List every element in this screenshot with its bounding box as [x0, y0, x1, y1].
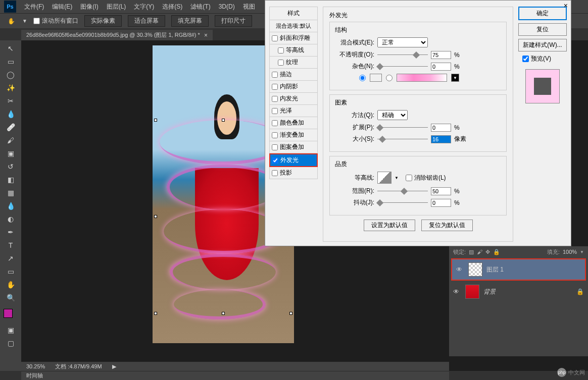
set-default-button[interactable]: 设置为默认值	[364, 220, 415, 231]
style-bevel[interactable]: 斜面和浮雕	[269, 32, 318, 44]
lock-all-icon[interactable]: 🔒	[493, 249, 500, 255]
noise-slider[interactable]	[377, 63, 428, 70]
noise-input[interactable]	[431, 63, 451, 71]
transform-handle[interactable]	[289, 312, 292, 315]
menu-view[interactable]: 视图	[239, 3, 259, 11]
hand-tool-icon[interactable]: ✋	[6, 16, 16, 26]
range-slider[interactable]	[377, 188, 428, 195]
stamp-tool-icon[interactable]: ▣	[5, 147, 17, 159]
lock-transparency-icon[interactable]: ▨	[469, 249, 474, 255]
fill-value[interactable]: 100%	[563, 249, 577, 255]
contour-dropdown-icon[interactable]: ▼	[395, 176, 399, 180]
eyedropper-tool-icon[interactable]: 💧	[5, 108, 17, 120]
style-inner-glow[interactable]: 内发光	[269, 93, 318, 105]
preview-checkbox[interactable]: 预览(V)	[518, 55, 567, 63]
size-input[interactable]	[431, 135, 451, 143]
styles-header[interactable]: 样式	[269, 7, 318, 20]
zoom-value[interactable]: 30.25%	[26, 363, 45, 369]
pen-tool-icon[interactable]: ✒	[5, 226, 17, 238]
wand-tool-icon[interactable]: ✨	[5, 82, 17, 94]
layer-name[interactable]: 图层 1	[486, 265, 504, 274]
print-size-button[interactable]: 打印尺寸	[215, 15, 252, 27]
scroll-all-checkbox[interactable]: 滚动所有窗口	[33, 17, 78, 25]
marquee-tool-icon[interactable]: ▭	[5, 56, 17, 68]
gradient-radio[interactable]	[386, 75, 393, 81]
glow-gradient-swatch[interactable]	[397, 74, 447, 82]
menu-file[interactable]: 文件(F)	[20, 3, 48, 11]
timeline-tab[interactable]: 时间轴	[21, 371, 449, 380]
blend-options-item[interactable]: 混合选项:默认	[269, 20, 318, 32]
menu-3d[interactable]: 3D(D)	[215, 3, 239, 10]
transform-handle[interactable]	[154, 312, 157, 315]
layer-row-background[interactable]: 👁 背景 🔒	[449, 282, 588, 302]
menu-select[interactable]: 选择(S)	[158, 3, 186, 11]
foreground-color[interactable]	[4, 309, 13, 318]
gradient-tool-icon[interactable]: ▦	[5, 187, 17, 199]
fit-screen-button[interactable]: 适合屏幕	[128, 15, 165, 27]
ok-button[interactable]: 确定	[518, 7, 567, 20]
actual-pixels-button[interactable]: 实际像素	[84, 15, 122, 27]
transform-handle[interactable]	[154, 119, 157, 122]
screenmode-icon[interactable]: ▢	[5, 337, 17, 349]
brush-tool-icon[interactable]: 🖌	[5, 134, 17, 146]
fill-screen-button[interactable]: 填充屏幕	[171, 15, 209, 27]
color-swatches[interactable]	[4, 309, 18, 323]
transform-handle[interactable]	[222, 119, 225, 122]
range-input[interactable]	[431, 187, 451, 195]
layer-row-1[interactable]: 👁 图层 1	[452, 259, 585, 280]
menu-image[interactable]: 图像(I)	[76, 3, 102, 11]
menu-layer[interactable]: 图层(L)	[103, 3, 130, 11]
reset-default-button[interactable]: 复位为默认值	[421, 220, 473, 231]
spread-input[interactable]	[431, 124, 451, 132]
document-tab[interactable]: 26d88ee96f605f6ea5e09901b8b99d5.jpg @ 30…	[21, 30, 213, 40]
layer-thumbnail[interactable]	[465, 285, 479, 299]
zoom-tool-icon[interactable]: 🔍	[5, 292, 17, 304]
glow-color-swatch[interactable]	[370, 74, 382, 82]
cancel-button[interactable]: 复位	[518, 23, 567, 36]
solid-color-radio[interactable]	[359, 75, 366, 81]
menu-edit[interactable]: 编辑(E)	[48, 3, 76, 11]
style-texture[interactable]: 纹理	[269, 57, 318, 69]
style-gradient-overlay[interactable]: 渐变叠加	[269, 129, 318, 141]
history-brush-icon[interactable]: ↺	[5, 160, 17, 173]
contour-picker[interactable]	[377, 172, 391, 184]
style-satin[interactable]: 光泽	[269, 105, 318, 117]
jitter-input[interactable]	[431, 199, 451, 207]
spread-slider[interactable]	[377, 124, 428, 131]
path-tool-icon[interactable]: ↗	[5, 252, 17, 264]
blur-tool-icon[interactable]: 💧	[5, 200, 17, 212]
layer-thumbnail[interactable]	[468, 262, 482, 277]
dodge-tool-icon[interactable]: ◐	[5, 213, 17, 225]
opacity-slider[interactable]	[377, 51, 428, 59]
layer-name[interactable]: 背景	[483, 288, 496, 296]
opacity-input[interactable]	[431, 51, 451, 59]
shape-tool-icon[interactable]: ▭	[5, 265, 17, 278]
gradient-dropdown-icon[interactable]: ▼	[451, 74, 459, 82]
style-color-overlay[interactable]: 颜色叠加	[269, 117, 318, 129]
transform-handle[interactable]	[154, 215, 157, 218]
lock-position-icon[interactable]: ✥	[485, 249, 490, 255]
quickmask-icon[interactable]: ▣	[5, 324, 17, 336]
eraser-tool-icon[interactable]: ◧	[5, 174, 17, 186]
style-pattern-overlay[interactable]: 图案叠加	[269, 141, 318, 153]
blend-mode-select[interactable]: 正常	[377, 37, 428, 47]
dropdown-icon[interactable]: ▼	[22, 18, 27, 24]
status-arrow-icon[interactable]: ▶	[112, 363, 116, 370]
doc-info[interactable]: 文档 :4.87M/9.49M	[55, 363, 102, 370]
crop-tool-icon[interactable]: ✂	[5, 95, 17, 107]
text-tool-icon[interactable]: T	[5, 239, 17, 251]
lasso-tool-icon[interactable]: ◯	[5, 69, 17, 81]
move-tool-icon[interactable]: ↖	[5, 42, 17, 55]
style-outer-glow[interactable]: 外发光	[270, 154, 317, 166]
menu-text[interactable]: 文字(Y)	[130, 3, 158, 11]
new-style-button[interactable]: 新建样式(W)...	[518, 39, 567, 51]
menu-filter[interactable]: 滤镜(T)	[186, 3, 214, 11]
visibility-icon[interactable]: 👁	[456, 266, 464, 273]
style-drop-shadow[interactable]: 投影	[269, 167, 318, 179]
heal-tool-icon[interactable]: 🩹	[5, 121, 17, 133]
style-stroke[interactable]: 描边	[269, 69, 318, 81]
size-slider[interactable]	[377, 136, 428, 143]
visibility-icon[interactable]: 👁	[453, 288, 461, 295]
transform-handle[interactable]	[222, 312, 225, 315]
lock-image-icon[interactable]: 🖌	[477, 249, 482, 255]
